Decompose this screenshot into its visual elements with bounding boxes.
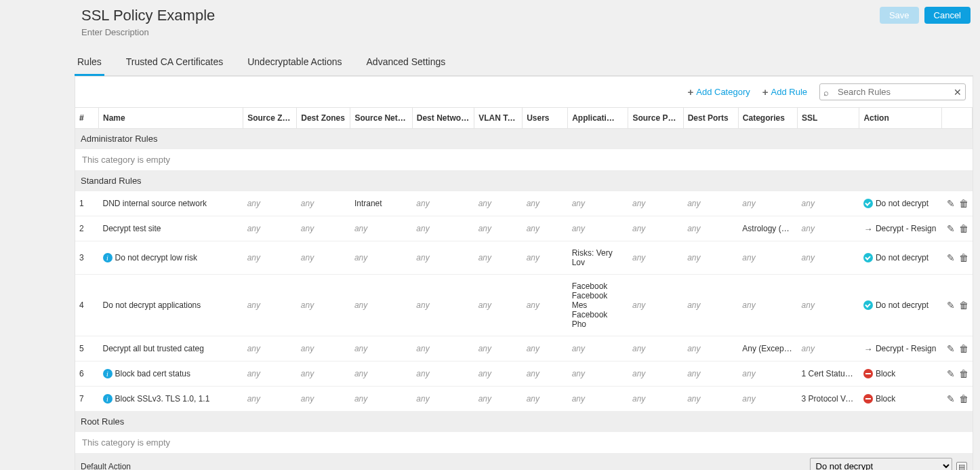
- table-row[interactable]: 5Decrypt all but trusted categanyanyanya…: [75, 336, 973, 361]
- delete-icon[interactable]: 🗑: [959, 198, 968, 209]
- any-value: any: [527, 369, 539, 378]
- any-value: any: [632, 224, 645, 233]
- table-row[interactable]: 4Do not decrypt applicationsanyanyanyany…: [75, 275, 973, 336]
- col-categories[interactable]: Categories: [738, 108, 797, 129]
- app-item: Facebook: [572, 281, 624, 291]
- any-value: any: [247, 199, 260, 208]
- any-value: any: [301, 369, 314, 378]
- tab-trusted-ca[interactable]: Trusted CA Certificates: [123, 51, 226, 76]
- info-icon[interactable]: i: [103, 394, 113, 404]
- any-value: any: [247, 369, 260, 378]
- edit-icon[interactable]: ✎: [947, 198, 955, 209]
- action-cell: Do not decrypt: [863, 253, 938, 262]
- add-rule-button[interactable]: + Add Rule: [762, 87, 807, 97]
- tab-advanced[interactable]: Advanced Settings: [364, 51, 449, 76]
- save-button[interactable]: Save: [880, 7, 919, 24]
- any-value: any: [416, 344, 429, 353]
- any-value: any: [687, 199, 700, 208]
- edit-icon[interactable]: ✎: [947, 393, 955, 404]
- table-row[interactable]: 2Decrypt test siteanyanyanyanyanyanyanya…: [75, 216, 973, 241]
- col-src-net[interactable]: Source Networks: [350, 108, 412, 129]
- any-value: any: [416, 199, 429, 208]
- col-action[interactable]: Action: [859, 108, 942, 129]
- table-row[interactable]: 1DND internal source networkanyanyIntran…: [75, 191, 973, 216]
- arrow-right-icon: →: [863, 224, 873, 233]
- cancel-button[interactable]: Cancel: [924, 7, 971, 24]
- any-value: any: [572, 224, 585, 233]
- any-value: any: [687, 224, 700, 233]
- rule-name: Block SSLv3. TLS 1.0, 1.1: [115, 394, 210, 404]
- any-value: any: [354, 300, 367, 310]
- app-item: Risks: Very Lov: [572, 248, 624, 267]
- ssl-value: 1 Cert Status se: [802, 369, 859, 378]
- table-row[interactable]: 6iBlock bad cert statusanyanyanyanyanyan…: [75, 361, 973, 387]
- rule-name: Decrypt all but trusted categ: [103, 344, 204, 353]
- edit-icon[interactable]: ✎: [947, 300, 955, 311]
- tab-undecryptable[interactable]: Undecryptable Actions: [245, 51, 344, 76]
- any-value: any: [632, 300, 645, 310]
- src-net: Intranet: [354, 199, 382, 208]
- any-value: any: [247, 224, 260, 233]
- plus-icon: +: [762, 87, 769, 97]
- col-apps[interactable]: Applicati…: [568, 108, 628, 129]
- col-dest-ports[interactable]: Dest Ports: [683, 108, 738, 129]
- page-subtitle[interactable]: Enter Description: [81, 27, 215, 37]
- col-src-ports[interactable]: Source Ports: [628, 108, 683, 129]
- col-name[interactable]: Name: [99, 108, 243, 129]
- table-row[interactable]: 7iBlock SSLv3. TLS 1.0, 1.1anyanyanyanya…: [75, 387, 973, 412]
- edit-icon[interactable]: ✎: [947, 368, 955, 379]
- any-value: any: [572, 394, 585, 404]
- category-standard: Standard Rules: [75, 171, 973, 191]
- col-dest-net[interactable]: Dest Networks: [412, 108, 474, 129]
- col-row-actions: [942, 108, 973, 129]
- category-root: Root Rules: [75, 412, 973, 432]
- any-value: any: [301, 253, 314, 262]
- any-value: any: [301, 394, 314, 404]
- delete-icon[interactable]: 🗑: [959, 252, 968, 263]
- any-value: any: [247, 394, 260, 404]
- any-value: any: [572, 344, 585, 353]
- any-value: any: [632, 394, 645, 404]
- delete-icon[interactable]: 🗑: [959, 223, 968, 234]
- edit-icon[interactable]: ✎: [947, 343, 955, 354]
- col-num[interactable]: #: [75, 108, 99, 129]
- info-icon[interactable]: i: [103, 253, 113, 262]
- empty-row: This category is empty: [75, 432, 973, 454]
- edit-icon[interactable]: ✎: [947, 252, 955, 263]
- any-value: any: [632, 199, 645, 208]
- add-category-button[interactable]: + Add Category: [687, 87, 750, 97]
- log-icon[interactable]: ▤: [956, 462, 967, 471]
- app-item: Facebook Pho: [572, 310, 624, 329]
- any-value: any: [354, 253, 367, 262]
- default-action-row: Default ActionDo not decrypt▤: [75, 454, 973, 471]
- col-src-zones[interactable]: Source Zones: [243, 108, 297, 129]
- action-label: Block: [876, 369, 895, 378]
- any-value: any: [478, 394, 491, 404]
- delete-icon[interactable]: 🗑: [959, 343, 968, 354]
- any-value: any: [416, 300, 429, 310]
- any-value: any: [742, 300, 755, 310]
- page-title: SSL Policy Example: [81, 7, 215, 24]
- col-dest-zones[interactable]: Dest Zones: [297, 108, 350, 129]
- action-label: Decrypt - Resign: [876, 344, 936, 353]
- default-action-select[interactable]: Do not decrypt: [810, 458, 952, 470]
- search-input[interactable]: [819, 83, 966, 100]
- any-value: any: [301, 344, 314, 353]
- delete-icon[interactable]: 🗑: [959, 393, 968, 404]
- tab-rules[interactable]: Rules: [75, 51, 104, 76]
- check-circle-icon: [863, 199, 873, 208]
- col-users[interactable]: Users: [523, 108, 568, 129]
- any-value: any: [354, 394, 367, 404]
- table-header-row: # Name Source Zones Dest Zones Source Ne…: [75, 108, 973, 129]
- any-value: any: [527, 394, 539, 404]
- table-row[interactable]: 3iDo not decrypt low riskanyanyanyanyany…: [75, 241, 973, 275]
- clear-icon[interactable]: ✕: [954, 87, 962, 98]
- col-vlan[interactable]: VLAN Tags: [474, 108, 523, 129]
- delete-icon[interactable]: 🗑: [959, 368, 968, 379]
- col-ssl[interactable]: SSL: [798, 108, 859, 129]
- delete-icon[interactable]: 🗑: [959, 300, 968, 311]
- edit-icon[interactable]: ✎: [947, 223, 955, 234]
- info-icon[interactable]: i: [103, 369, 113, 378]
- action-label: Decrypt - Resign: [876, 224, 936, 233]
- action-cell: →Decrypt - Resign: [863, 224, 938, 233]
